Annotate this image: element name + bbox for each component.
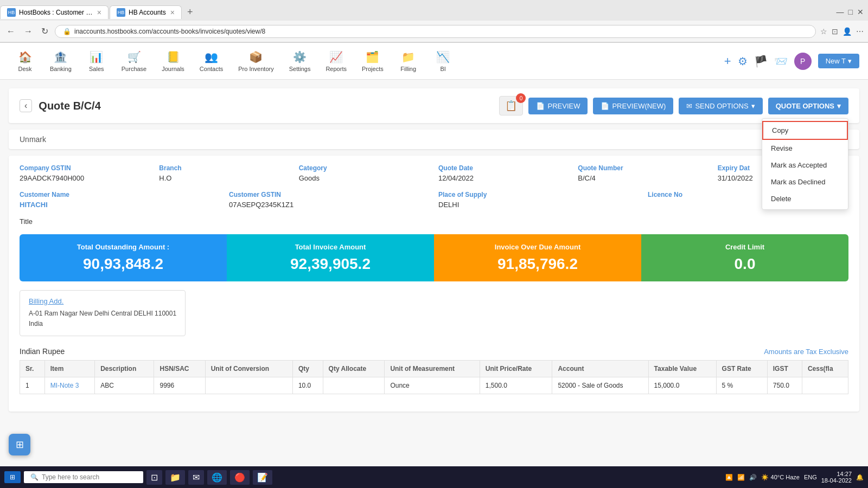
cell-item[interactable]: MI-Note 3 (44, 377, 95, 394)
new-t-button[interactable]: New T ▾ (818, 54, 859, 68)
nav-label-desk: Desk (18, 66, 31, 72)
table-section: Indian Rupee Amounts are Tax Exclusive S… (20, 347, 848, 394)
extension-icon[interactable]: ⋯ (856, 27, 864, 36)
split-screen-icon[interactable]: ⊡ (832, 27, 838, 36)
quote-options-dropdown: QUOTE OPTIONS ▾ Copy Revise Mark as Acce… (768, 98, 848, 114)
contacts-icon: 👥 (205, 50, 218, 63)
preview-label: PREVIEW (547, 102, 580, 110)
nav-item-pro-inventory[interactable]: 📦 Pro Inventory (232, 46, 280, 76)
quote-options-button[interactable]: QUOTE OPTIONS ▾ (768, 98, 848, 114)
nav-item-bi[interactable]: 📉 BI (427, 46, 459, 76)
preview-new-label: PREVIEW(NEW) (612, 102, 666, 110)
send-options-chevron: ▾ (751, 102, 755, 110)
send-email-icon: ✉ (686, 102, 692, 110)
add-button[interactable]: + (724, 54, 731, 68)
category-value: Goods (299, 174, 430, 182)
notification-button[interactable]: 📋 0 (499, 96, 523, 115)
outstanding-value: 90,93,848.2 (30, 255, 216, 273)
col-cess: Cess(fla (802, 361, 848, 377)
tab-1-icon: HB (7, 8, 16, 17)
cell-gst-rate: 5 % (716, 377, 767, 394)
inbox-button[interactable]: 📨 (774, 55, 788, 68)
credit-value: 0.0 (652, 255, 838, 273)
currency-label: Indian Rupee (20, 347, 65, 356)
nav-label-pro-inventory: Pro Inventory (238, 66, 273, 72)
nav-item-purchase[interactable]: 🛒 Purchase (115, 46, 153, 76)
company-details-grid: Company GSTIN 29AADCK7940H000 Branch H.O… (20, 164, 848, 182)
tab-2-title: HB Accounts (129, 9, 166, 16)
new-tab-button[interactable]: + (183, 7, 197, 18)
minimize-button[interactable]: — (837, 8, 844, 16)
dropdown-copy[interactable]: Copy (762, 121, 848, 140)
billing-section: Billing Add. A-01 Ram Nagar New Delhi Ce… (20, 290, 848, 336)
branch-label: Branch (159, 164, 290, 172)
send-options-button[interactable]: ✉ SEND OPTIONS ▾ (679, 98, 762, 114)
nav-item-desk[interactable]: 🏠 Desk (9, 46, 41, 76)
user-avatar[interactable]: P (794, 53, 812, 70)
tab-2[interactable]: HB HB Accounts × (110, 5, 182, 19)
header-actions: 📋 0 📄 PREVIEW 📄 PREVIEW(NEW) ✉ SEND OPTI… (499, 96, 848, 115)
quote-date-field: Quote Date 12/04/2022 (438, 164, 569, 182)
tab-2-close[interactable]: × (170, 8, 175, 17)
place-of-supply-value: DELHI (438, 201, 639, 209)
line-items-table: Sr. Item Description HSN/SAC Unit of Con… (20, 360, 848, 394)
nav-item-sales[interactable]: 📊 Sales (80, 46, 113, 76)
col-unit-measurement: Unit of Measurement (385, 361, 480, 377)
quote-number-field: Quote Number B/C/4 (578, 164, 709, 182)
nav-item-filling[interactable]: 📁 Filling (392, 46, 425, 76)
cell-igst: 750.0 (767, 377, 802, 394)
nav-label-projects: Projects (362, 66, 384, 72)
company-gstin-field: Company GSTIN 29AADCK7940H000 (20, 164, 150, 182)
billing-address-link[interactable]: Billing Add. (29, 297, 176, 305)
pro-inventory-icon: 📦 (249, 50, 263, 63)
reload-button[interactable]: ↻ (39, 25, 50, 37)
nav-item-banking[interactable]: 🏦 Banking (43, 46, 78, 76)
nav-item-reports[interactable]: 📈 Reports (319, 46, 353, 76)
dropdown-delete[interactable]: Delete (762, 190, 848, 207)
credit-label: Credit Limit (652, 243, 838, 251)
maximize-button[interactable]: □ (848, 8, 853, 16)
cell-cess (802, 377, 848, 394)
preview-new-button[interactable]: 📄 PREVIEW(NEW) (593, 98, 673, 114)
invoice-label: Total Invoice Amount (238, 243, 423, 251)
nav-label-bi: BI (441, 66, 446, 72)
address-bar[interactable]: 🔒 inaccounts.hostbooks.com/accounts-book… (55, 25, 816, 38)
overdue-value: 91,85,796.2 (445, 255, 630, 273)
preview-button[interactable]: 📄 PREVIEW (528, 98, 588, 114)
cell-unit-price: 1,500.0 (480, 377, 552, 394)
back-nav-button[interactable]: ← (4, 25, 17, 37)
close-window-button[interactable]: ✕ (857, 8, 864, 16)
dropdown-mark-accepted[interactable]: Mark as Accepted (762, 157, 848, 174)
cell-qty: 10.0 (292, 377, 323, 394)
nav-item-projects[interactable]: 🗂️ Projects (355, 46, 390, 76)
col-hsn: HSN/SAC (154, 361, 205, 377)
nav-item-contacts[interactable]: 👥 Contacts (193, 46, 229, 76)
settings-gear-button[interactable]: ⚙ (738, 55, 748, 68)
nav-item-journals[interactable]: 📒 Journals (155, 46, 191, 76)
col-item: Item (44, 361, 95, 377)
preview-doc-icon: 📄 (536, 102, 545, 110)
tab-1-close[interactable]: × (97, 8, 101, 17)
reports-icon: 📈 (329, 50, 343, 63)
floating-widget[interactable]: ⊞ (9, 434, 30, 455)
back-button[interactable]: ‹ (20, 99, 32, 112)
branch-field: Branch H.O (159, 164, 290, 182)
title-label: Title (20, 217, 33, 226)
flag-button[interactable]: 🏴 (754, 55, 768, 68)
settings-icon: ⚙️ (293, 50, 307, 63)
notification-icon: 📋 (505, 100, 517, 111)
bookmark-star-icon[interactable]: ☆ (820, 27, 827, 36)
dropdown-revise[interactable]: Revise (762, 140, 848, 157)
place-of-supply-label: Place of Supply (438, 191, 639, 198)
dropdown-mark-declined[interactable]: Mark as Declined (762, 174, 848, 190)
tab-1[interactable]: HB HostBooks : Customer Portal × (0, 5, 108, 19)
overdue-label: Invoice Over Due Amount (445, 243, 630, 251)
col-qty-allocate: Qty Allocate (323, 361, 385, 377)
cell-qty-allocate (323, 377, 385, 394)
nav-item-settings[interactable]: ⚙️ Settings (283, 46, 317, 76)
cell-account: 52000 - Sale of Goods (552, 377, 648, 394)
category-field: Category Goods (299, 164, 430, 182)
table-body: 1 MI-Note 3 ABC 9996 10.0 Ounce 1,500.0 … (20, 377, 848, 394)
forward-nav-button[interactable]: → (22, 25, 35, 37)
profile-icon[interactable]: 👤 (843, 27, 852, 36)
